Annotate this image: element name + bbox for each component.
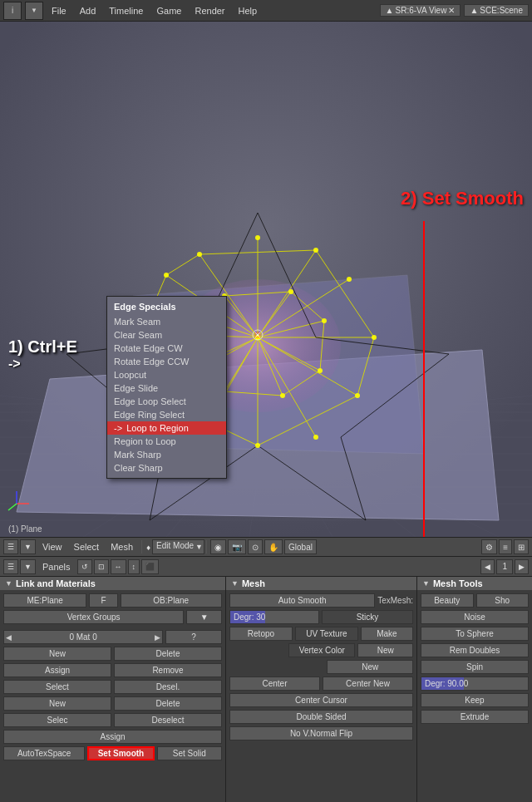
sho-btn[interactable]: Sho	[476, 593, 530, 608]
noise-btn[interactable]: Noise	[421, 610, 529, 624]
settings2-icon[interactable]: ≡	[499, 539, 512, 554]
assign-btn[interactable]: Assign	[3, 663, 111, 677]
new2-btn[interactable]: New	[327, 660, 413, 674]
retopo-btn[interactable]: Retopo	[229, 627, 293, 641]
panels-btn5[interactable]: ⬛	[141, 559, 159, 574]
vertex-new-btn[interactable]: New	[357, 643, 413, 657]
panels-icon[interactable]: ☰	[3, 559, 18, 574]
panel-tools-triangle[interactable]: ▼	[422, 579, 430, 588]
menu-game[interactable]: Game	[151, 4, 186, 17]
tb-select[interactable]: Select	[69, 540, 105, 554]
double-sided-btn[interactable]: Double Sided	[229, 710, 413, 724]
f-btn[interactable]: F	[89, 593, 117, 608]
ctx-clear-sharp[interactable]: Clear Sharp	[107, 461, 226, 475]
panels-btn4[interactable]: ↕	[128, 559, 140, 574]
set-solid-btn[interactable]: Set Solid	[157, 746, 222, 760]
settings3-icon[interactable]: ⊞	[514, 539, 529, 554]
center-btn[interactable]: Center	[229, 677, 320, 691]
delete-btn2[interactable]: Delete	[114, 696, 222, 711]
menu-file[interactable]: File	[47, 4, 71, 17]
ctx-rotate-cw[interactable]: Rotate Edge CW	[107, 342, 226, 355]
scene-selector[interactable]: ▲ SCE:Scene	[464, 4, 529, 17]
bottom-btns-row: AutoTexSpace Set Smooth Set Solid	[3, 746, 222, 760]
tb-mesh[interactable]: Mesh	[106, 540, 138, 554]
new-btn2[interactable]: New	[3, 696, 111, 711]
mat-question-btn[interactable]: ?	[165, 630, 222, 644]
sel-deselect-row: Selec Deselect	[3, 713, 222, 727]
ctx-clear-seam[interactable]: Clear Seam	[107, 328, 226, 342]
menu-help[interactable]: Help	[234, 4, 263, 17]
spin-row: Spin	[421, 660, 529, 674]
extrude-btn[interactable]: Extrude	[421, 710, 529, 724]
degr-slider[interactable]: Degr: 30	[229, 610, 319, 624]
center-cursor-btn[interactable]: Center Cursor	[229, 693, 413, 707]
page-next[interactable]: ▶	[515, 559, 529, 574]
ctx-edge-slide[interactable]: Edge Slide	[107, 381, 226, 395]
remove-btn[interactable]: Remove	[114, 663, 222, 677]
view-icon2-btn[interactable]: ▼	[20, 539, 36, 554]
vertex-groups-icon[interactable]: ▼	[186, 610, 222, 624]
app-icon[interactable]: i	[3, 2, 22, 20]
menu-add[interactable]: Add	[75, 4, 101, 17]
ctx-rotate-ccw[interactable]: Rotate Edge CCW	[107, 355, 226, 368]
render-icon[interactable]: 📷	[228, 539, 246, 554]
mode-selector[interactable]: ⬧ Edit Mode ▼	[145, 539, 203, 554]
set-smooth-btn[interactable]: Set Smooth	[87, 746, 154, 760]
viewport-3d[interactable]: 1) Ctrl+E -> 2) Set Smooth Edge Specials…	[0, 22, 532, 537]
nav-icon[interactable]: ▼	[25, 2, 43, 20]
view-toolbar: ☰ ▼ View Select Mesh ⬧ Edit Mode ▼ ◉ 📷 ⊙…	[0, 537, 532, 557]
svg-point-60	[255, 235, 260, 240]
center-new-btn[interactable]: Center New	[323, 677, 413, 691]
transform-icon[interactable]: ✋	[264, 539, 283, 554]
menu-render[interactable]: Render	[190, 4, 229, 17]
rem-doubles-btn[interactable]: Rem Doubles	[421, 643, 529, 657]
menu-timeline[interactable]: Timeline	[104, 4, 148, 17]
panels-btn1[interactable]: ↺	[77, 559, 92, 574]
no-vnormal-btn[interactable]: No V.Normal Flip	[229, 726, 413, 740]
mat-left-arrow[interactable]: ◀	[6, 633, 12, 642]
panel-mesh-triangle[interactable]: ▼	[231, 579, 239, 588]
ctx-mark-seam[interactable]: Mark Seam	[107, 315, 226, 328]
snap-icon[interactable]: ⊙	[248, 539, 263, 554]
tb-view[interactable]: View	[37, 540, 67, 554]
panels-label[interactable]: Panels	[37, 560, 76, 573]
view-selector[interactable]: ▲ SR:6-VA View ✕	[380, 4, 461, 17]
keep-btn[interactable]: Keep	[421, 693, 529, 707]
vertex-groups-btn[interactable]: Vertex Groups	[3, 610, 184, 624]
mode-dropdown[interactable]: Edit Mode	[152, 539, 204, 554]
tools-degr-slider[interactable]: Degr: 90.00	[421, 677, 529, 691]
page-prev[interactable]: ◀	[480, 559, 495, 574]
sel-btn[interactable]: Selec	[3, 713, 111, 727]
me-field[interactable]: ME:Plane	[3, 593, 86, 608]
settings-icon[interactable]: ⚙	[481, 539, 497, 554]
uv-make-btn[interactable]: Make	[361, 627, 413, 641]
panels-icon2[interactable]: ▼	[20, 559, 36, 574]
ctx-edge-ring-select[interactable]: Edge Ring Select	[107, 408, 226, 421]
desel-btn[interactable]: Desel.	[114, 680, 222, 694]
spin-btn[interactable]: Spin	[421, 660, 529, 674]
panels-btn3[interactable]: ↔	[111, 559, 126, 574]
panel-link-materials: ▼ Link and Materials ME:Plane F OB:Plane…	[0, 577, 226, 802]
panel-left-triangle[interactable]: ▼	[5, 579, 12, 588]
auto-smooth-btn[interactable]: Auto Smooth	[229, 593, 375, 608]
ctx-mark-sharp[interactable]: Mark Sharp	[107, 448, 226, 461]
ctx-loop-to-region[interactable]: -> Loop to Region	[107, 421, 226, 435]
mat-right-arrow[interactable]: ▶	[155, 633, 160, 642]
select-btn[interactable]: Select	[3, 680, 111, 694]
ctx-loopcut[interactable]: Loopcut	[107, 368, 226, 381]
shading-icon[interactable]: ◉	[210, 539, 226, 554]
delete-btn1[interactable]: Delete	[114, 647, 222, 661]
deselect-btn[interactable]: Deselect	[114, 713, 222, 727]
ctx-edge-loop-select[interactable]: Edge Loop Select	[107, 395, 226, 408]
beauty-btn[interactable]: Beauty	[421, 593, 474, 608]
panels-btn2[interactable]: ⊡	[94, 559, 109, 574]
assign2-btn[interactable]: Assign	[3, 730, 222, 744]
view-icon-btn[interactable]: ☰	[3, 539, 18, 554]
to-sphere-btn[interactable]: To Sphere	[421, 627, 529, 641]
ob-field[interactable]: OB:Plane	[121, 593, 223, 608]
ctx-region-to-loop[interactable]: Region to Loop	[107, 435, 226, 448]
new-btn1[interactable]: New	[3, 647, 111, 661]
autotex-btn[interactable]: AutoTexSpace	[3, 746, 85, 760]
no-vnormal-row: No V.Normal Flip	[229, 726, 413, 740]
global-dropdown[interactable]: Global	[284, 539, 317, 554]
